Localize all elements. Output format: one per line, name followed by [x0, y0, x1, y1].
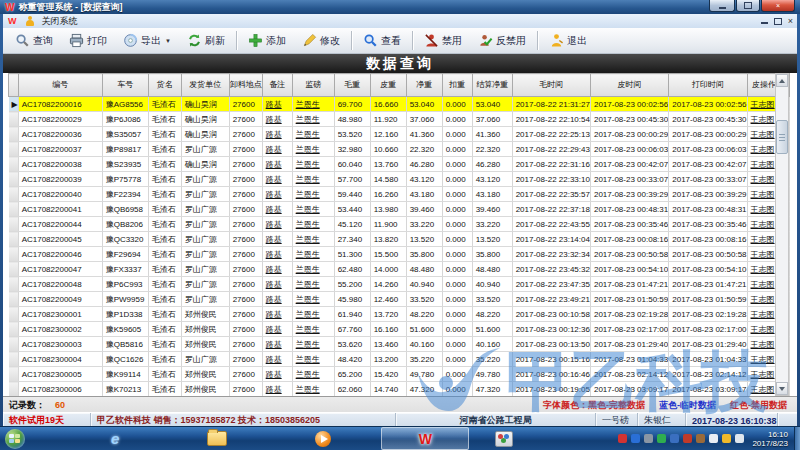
cell-tare-time[interactable]: 2017-08-23 00:02:56: [590, 97, 668, 112]
table-row[interactable]: AC17082200039豫P75778毛渣石罗山广源27600路基兰恩生57.…: [9, 172, 790, 187]
cell-remark[interactable]: 路基: [262, 277, 292, 292]
cell-deduct-weight[interactable]: 0.000: [442, 247, 472, 262]
cell-unload-site[interactable]: 27600: [229, 112, 262, 127]
cell-cargo-name[interactable]: 毛渣石: [148, 172, 181, 187]
cell-unload-site[interactable]: 27600: [229, 337, 262, 352]
cell-tare-weight[interactable]: 10.660: [370, 142, 406, 157]
cell-shipper[interactable]: 罗山广源: [181, 262, 229, 277]
cell-weigh-supervisor[interactable]: 兰恩生: [292, 247, 334, 262]
cell-shipper[interactable]: 罗山广源: [181, 217, 229, 232]
col-record-no[interactable]: 编号: [18, 74, 102, 97]
row-indicator[interactable]: [9, 367, 19, 382]
cell-gross-weight[interactable]: 51.300: [334, 247, 370, 262]
cell-unload-site[interactable]: 27600: [229, 307, 262, 322]
cell-net-weight[interactable]: 43.180: [406, 187, 442, 202]
cell-weigh-supervisor[interactable]: 兰恩生: [292, 127, 334, 142]
cell-remark[interactable]: 路基: [262, 292, 292, 307]
cell-print-time[interactable]: 2017-08-23 00:42:07: [669, 157, 747, 172]
cell-deduct-weight[interactable]: 0.000: [442, 217, 472, 232]
cell-vehicle-no[interactable]: 豫S23935: [102, 157, 148, 172]
cell-print-time[interactable]: 2017-08-23 01:50:59: [669, 292, 747, 307]
cell-remark[interactable]: 路基: [262, 352, 292, 367]
cell-gross-weight[interactable]: 55.200: [334, 277, 370, 292]
table-row[interactable]: AC17082200038豫S23935毛渣石确山昊润27600路基兰恩生60.…: [9, 157, 790, 172]
cell-gross-time[interactable]: 2017-08-22 22:25:13: [512, 127, 590, 142]
table-row[interactable]: AC17082200049豫PW9959毛渣石罗山广源27600路基兰恩生45.…: [9, 292, 790, 307]
table-row[interactable]: AC17082300006豫K70213毛渣石郑州俊民27600路基兰恩生62.…: [9, 382, 790, 397]
row-indicator[interactable]: [9, 217, 19, 232]
cell-remark[interactable]: 路基: [262, 232, 292, 247]
display-icon[interactable]: [670, 434, 679, 443]
cell-cargo-name[interactable]: 毛渣石: [148, 322, 181, 337]
cell-gross-weight[interactable]: 48.980: [334, 112, 370, 127]
col-remark[interactable]: 备注: [262, 74, 292, 97]
cell-gross-weight[interactable]: 48.420: [334, 352, 370, 367]
cell-cargo-name[interactable]: 毛渣石: [148, 202, 181, 217]
cell-unload-site[interactable]: 27600: [229, 97, 262, 112]
col-cargo-name[interactable]: 货名: [148, 74, 181, 97]
cell-vehicle-no[interactable]: 豫P1D338: [102, 307, 148, 322]
cell-unload-site[interactable]: 27600: [229, 172, 262, 187]
cell-unload-site[interactable]: 27600: [229, 352, 262, 367]
cell-remark[interactable]: 路基: [262, 382, 292, 397]
cell-weigh-supervisor[interactable]: 兰恩生: [292, 217, 334, 232]
cell-gross-weight[interactable]: 32.980: [334, 142, 370, 157]
cell-cargo-name[interactable]: 毛渣石: [148, 307, 181, 322]
cell-gross-weight[interactable]: 65.200: [334, 367, 370, 382]
cell-settle-net-weight[interactable]: 35.800: [472, 247, 512, 262]
cell-tare-weight[interactable]: 13.980: [370, 202, 406, 217]
cell-record-no[interactable]: AC17082300001: [18, 307, 102, 322]
cell-gross-weight[interactable]: 67.760: [334, 322, 370, 337]
cell-record-no[interactable]: AC17082300005: [18, 367, 102, 382]
cell-weigh-supervisor[interactable]: 兰恩生: [292, 97, 334, 112]
table-row[interactable]: AC17082200047豫FX3337毛渣石罗山广源27600路基兰恩生62.…: [9, 262, 790, 277]
cell-net-weight[interactable]: 35.800: [406, 247, 442, 262]
cell-tare-time[interactable]: 2017-08-23 00:08:16: [590, 232, 668, 247]
row-indicator[interactable]: ▶: [9, 97, 19, 112]
cell-gross-weight[interactable]: 53.620: [334, 337, 370, 352]
flag-icon[interactable]: [709, 434, 718, 443]
cell-gross-time[interactable]: 2017-08-22 21:31:27: [512, 97, 590, 112]
cell-deduct-weight[interactable]: 0.000: [442, 157, 472, 172]
cell-record-no[interactable]: AC17082200049: [18, 292, 102, 307]
cell-remark[interactable]: 路基: [262, 97, 292, 112]
cell-shipper[interactable]: 罗山广源: [181, 352, 229, 367]
cell-record-no[interactable]: AC17082200046: [18, 247, 102, 262]
cell-gross-time[interactable]: 2017-08-22 23:32:34: [512, 247, 590, 262]
cell-net-weight[interactable]: 35.220: [406, 352, 442, 367]
cell-deduct-weight[interactable]: 0.000: [442, 142, 472, 157]
cell-tare-time[interactable]: 2017-08-23 02:17:00: [590, 322, 668, 337]
cell-vehicle-no[interactable]: 豫K59605: [102, 322, 148, 337]
view-button[interactable]: 查看: [355, 30, 409, 51]
cell-gross-time[interactable]: 2017-08-23 00:12:36: [512, 322, 590, 337]
cell-cargo-name[interactable]: 毛渣石: [148, 367, 181, 382]
cell-gross-weight[interactable]: 61.940: [334, 307, 370, 322]
cell-net-weight[interactable]: 40.940: [406, 277, 442, 292]
mdi-restore-button[interactable]: [774, 18, 782, 25]
cell-settle-net-weight[interactable]: 40.940: [472, 277, 512, 292]
vertical-scrollbar[interactable]: [775, 73, 789, 396]
cell-shipper[interactable]: 郑州俊民: [181, 337, 229, 352]
table-row[interactable]: AC17082200045豫QC3320毛渣石罗山广源27600路基兰恩生27.…: [9, 232, 790, 247]
cell-shipper[interactable]: 罗山广源: [181, 292, 229, 307]
cell-net-weight[interactable]: 48.480: [406, 262, 442, 277]
cell-vehicle-no[interactable]: 豫AG8556: [102, 97, 148, 112]
table-row[interactable]: AC17082200037豫P89817毛渣石罗山广源27600路基兰恩生32.…: [9, 142, 790, 157]
cell-shipper[interactable]: 罗山广源: [181, 187, 229, 202]
cell-gross-weight[interactable]: 69.700: [334, 97, 370, 112]
col-gross-weight[interactable]: 毛重: [334, 74, 370, 97]
cell-net-weight[interactable]: 43.120: [406, 172, 442, 187]
cell-record-no[interactable]: AC17082300006: [18, 382, 102, 397]
cell-tare-weight[interactable]: 13.720: [370, 307, 406, 322]
cell-record-no[interactable]: AC17082200041: [18, 202, 102, 217]
cell-gross-time[interactable]: 2017-08-22 22:35:57: [512, 187, 590, 202]
cell-gross-weight[interactable]: 53.440: [334, 202, 370, 217]
col-vehicle-no[interactable]: 车号: [102, 74, 148, 97]
warning-icon[interactable]: [722, 434, 731, 443]
scrollbar-thumb[interactable]: [776, 120, 788, 154]
cell-shipper[interactable]: 确山昊润: [181, 127, 229, 142]
cell-weigh-supervisor[interactable]: 兰恩生: [292, 307, 334, 322]
cell-print-time[interactable]: 2017-08-23 00:39:29: [669, 187, 747, 202]
cell-weigh-supervisor[interactable]: 兰恩生: [292, 172, 334, 187]
cell-deduct-weight[interactable]: 0.000: [442, 367, 472, 382]
